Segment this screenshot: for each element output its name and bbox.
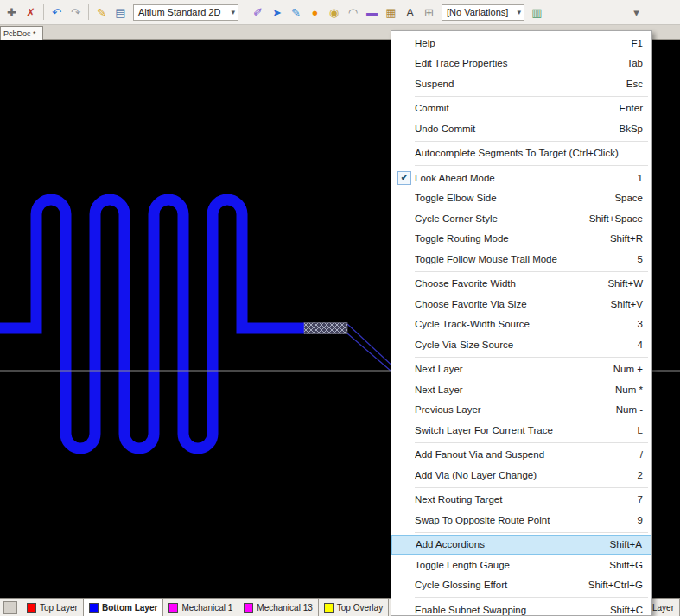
menu-item-label: Commit xyxy=(415,103,607,113)
variant-icon[interactable]: ▥ xyxy=(528,3,546,22)
layer-tab-top-layer[interactable]: Top Layer xyxy=(22,599,84,616)
key-icon[interactable]: ◉ xyxy=(325,3,343,22)
menu-separator xyxy=(415,597,648,598)
menu-item-toggle-length-gauge[interactable]: Toggle Length GaugeShift+G xyxy=(391,555,651,575)
lookahead-line-lower xyxy=(347,333,391,371)
menu-item-label: Next Layer xyxy=(415,364,601,374)
menu-item-cycle-corner-style[interactable]: Cycle Corner StyleShift+Space xyxy=(391,208,651,229)
clear-filter-icon[interactable]: ✗ xyxy=(22,3,40,22)
menu-item-help[interactable]: HelpF1 xyxy=(391,33,651,54)
menu-item-label: Add Via (No Layer Change) xyxy=(415,470,626,480)
menu-item-next-routing-target[interactable]: Next Routing Target7 xyxy=(391,490,651,511)
menu-item-label: Cycle Via-Size Source xyxy=(415,340,626,350)
undo-icon[interactable]: ↶ xyxy=(48,3,66,22)
menu-item-previous-layer[interactable]: Previous LayerNum - xyxy=(391,400,651,421)
menu-item-next-layer[interactable]: Next LayerNum + xyxy=(391,359,651,380)
grid-icon[interactable]: ⊞ xyxy=(420,3,438,22)
wand-icon[interactable]: ✎ xyxy=(92,3,111,22)
menu-item-label: Cycle Corner Style xyxy=(415,213,577,224)
layer-color-swatch xyxy=(27,603,36,613)
menu-item-shortcut: 4 xyxy=(638,340,643,350)
diff-pair-route-icon[interactable]: ✎ xyxy=(287,3,305,22)
layer-scroll-button[interactable] xyxy=(3,601,17,614)
menu-item-autocomplete-segments-to-target-ctrl-click[interactable]: Autocomplete Segments To Target (Ctrl+Cl… xyxy=(391,143,651,164)
layer-color-swatch xyxy=(324,603,334,613)
menu-item-shortcut: Shift+Ctrl+G xyxy=(588,580,643,590)
menu-item-toggle-routing-mode[interactable]: Toggle Routing ModeShift+R xyxy=(391,229,651,250)
chevron-down-icon[interactable]: ▾ xyxy=(517,8,521,16)
menu-item-label: Swap To Opposite Route Point xyxy=(415,515,626,525)
lookahead-line-upper xyxy=(347,324,397,370)
route-arrow-icon[interactable]: ➤ xyxy=(268,3,286,22)
menu-item-label: Help xyxy=(415,38,620,48)
menu-item-swap-to-opposite-route-point[interactable]: Swap To Opposite Route Point9 xyxy=(391,510,651,530)
layer-tab-bottom-layer[interactable]: Bottom Layer xyxy=(84,599,163,616)
layer-tab-top-overlay[interactable]: Top Overlay xyxy=(319,599,389,616)
arc-icon[interactable]: ◠ xyxy=(344,3,362,22)
pad-icon[interactable]: ● xyxy=(306,3,324,22)
menu-item-switch-layer-for-current-trace[interactable]: Switch Layer For Current TraceL xyxy=(391,420,651,441)
document-tab[interactable]: PcbDoc * xyxy=(0,26,43,41)
menu-item-edit-trace-properties[interactable]: Edit Trace PropertiesTab xyxy=(391,54,651,74)
layer-tab-label: Top Overlay xyxy=(337,603,383,613)
variations-combo[interactable]: [No Variations]▾ xyxy=(442,4,524,21)
menu-item-toggle-follow-mouse-trail-mode[interactable]: Toggle Follow Mouse Trail Mode5 xyxy=(391,249,651,270)
menu-item-label: Toggle Routing Mode xyxy=(415,233,598,244)
menu-item-shortcut: Num - xyxy=(616,404,643,415)
variations-combo-value: [No Variations] xyxy=(447,7,508,17)
toolbar-options-icon[interactable]: ▾ xyxy=(627,3,645,22)
menu-item-commit[interactable]: CommitEnter xyxy=(391,98,651,119)
menu-item-label: Edit Trace Properties xyxy=(415,58,614,68)
context-menu: HelpF1Edit Trace PropertiesTabSuspendEsc… xyxy=(391,30,652,616)
menu-separator xyxy=(415,487,648,488)
string-icon[interactable]: A xyxy=(401,3,419,22)
layer-color-swatch xyxy=(168,603,178,613)
view-mode-combo[interactable]: Altium Standard 2D▾ xyxy=(133,4,238,21)
menu-item-label: Next Routing Target xyxy=(415,494,626,505)
board-insight-icon[interactable]: ▤ xyxy=(111,3,130,22)
hatched-trace-segment[interactable] xyxy=(304,323,347,334)
menu-item-suspend[interactable]: SuspendEsc xyxy=(391,73,651,94)
interactive-route-icon[interactable]: ✐ xyxy=(249,3,267,22)
menu-item-cycle-track-width-source[interactable]: Cycle Track-Width Source3 xyxy=(391,314,651,335)
redo-icon[interactable]: ↷ xyxy=(67,3,85,22)
menu-item-label: Toggle Length Gauge xyxy=(415,560,597,570)
polygon-icon[interactable]: ▦ xyxy=(382,3,400,22)
move-icon[interactable]: ✚ xyxy=(3,3,21,22)
toolbar-separator xyxy=(88,4,89,20)
menu-item-cycle-via-size-source[interactable]: Cycle Via-Size Source4 xyxy=(391,334,651,355)
menu-item-shortcut: Tab xyxy=(626,58,643,68)
menu-item-shortcut: Space xyxy=(614,193,643,203)
serpentine-trace[interactable] xyxy=(0,200,304,448)
menu-item-shortcut: 3 xyxy=(638,319,643,329)
menu-item-choose-favorite-width[interactable]: Choose Favorite WidthShift+W xyxy=(391,274,651,295)
menu-item-shortcut: 1 xyxy=(638,173,643,183)
layer-tab-mechanical-13[interactable]: Mechanical 13 xyxy=(238,599,318,616)
menu-item-label: Look Ahead Mode xyxy=(415,173,626,183)
menu-item-shortcut: F1 xyxy=(632,38,643,48)
fill-icon[interactable]: ▬ xyxy=(363,3,381,22)
menu-item-cycle-glossing-effort[interactable]: Cycle Glossing EffortShift+Ctrl+G xyxy=(391,575,651,596)
menu-item-add-accordions[interactable]: Add AccordionsShift+A xyxy=(391,535,651,556)
checkmark-slot: ✔ xyxy=(394,171,415,185)
menu-item-shortcut: 7 xyxy=(638,494,643,505)
menu-item-label: Cycle Glossing Effort xyxy=(415,580,576,590)
menu-item-add-via-no-layer-change[interactable]: Add Via (No Layer Change)2 xyxy=(391,465,651,486)
chevron-down-icon[interactable]: ▾ xyxy=(231,8,235,16)
menu-item-label: Toggle Elbow Side xyxy=(415,193,602,203)
menu-item-choose-favorite-via-size[interactable]: Choose Favorite Via SizeShift+V xyxy=(391,294,651,314)
menu-item-label: Cycle Track-Width Source xyxy=(415,319,626,329)
layer-tab-mechanical-1[interactable]: Mechanical 1 xyxy=(163,599,238,616)
menu-item-shortcut: BkSp xyxy=(620,124,644,134)
menu-item-toggle-elbow-side[interactable]: Toggle Elbow SideSpace xyxy=(391,188,651,209)
menu-item-shortcut: / xyxy=(640,449,643,460)
menu-item-label: Switch Layer For Current Trace xyxy=(415,425,626,435)
menu-separator xyxy=(415,271,648,272)
menu-item-label: Enable Subnet Swapping xyxy=(415,605,598,615)
menu-item-undo-commit[interactable]: Undo CommitBkSp xyxy=(391,118,651,139)
menu-item-look-ahead-mode[interactable]: ✔Look Ahead Mode1 xyxy=(391,168,651,188)
menu-item-enable-subnet-swapping[interactable]: Enable Subnet SwappingShift+C xyxy=(391,600,651,616)
menu-item-label: Add Accordions xyxy=(416,539,598,549)
menu-item-next-layer[interactable]: Next LayerNum * xyxy=(391,379,651,400)
menu-item-add-fanout-via-and-suspend[interactable]: Add Fanout Via and Suspend/ xyxy=(391,445,651,466)
